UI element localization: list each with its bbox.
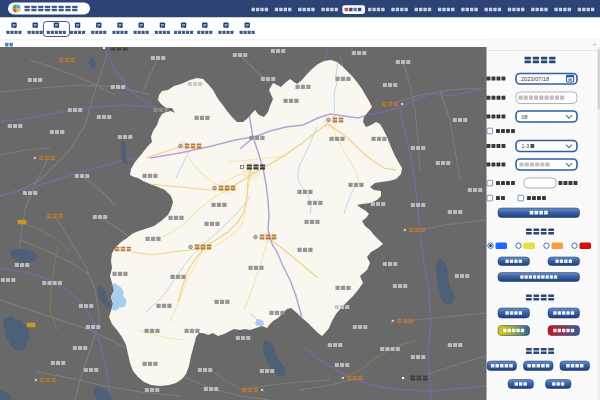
svg-text:2023/07/18: 2023/07/18 [521, 76, 549, 82]
svg-text:1-3: 1-3 [522, 143, 530, 149]
svg-text:08: 08 [522, 114, 528, 120]
